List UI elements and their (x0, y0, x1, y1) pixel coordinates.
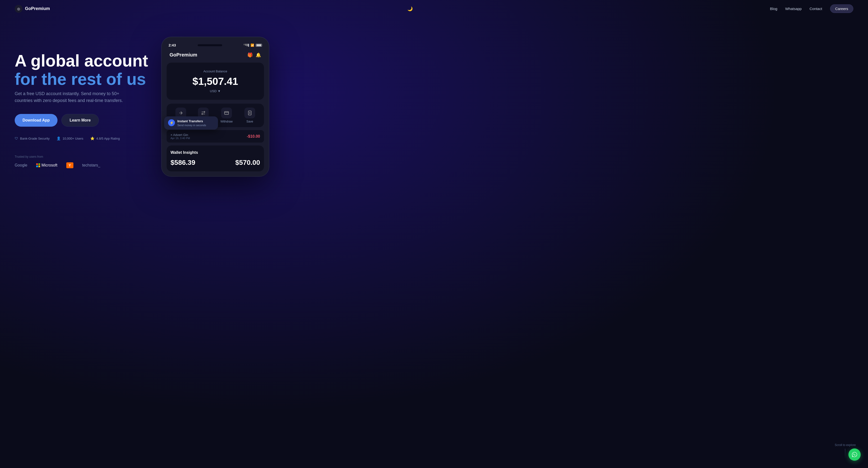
ycombinator-logo: Y (66, 162, 73, 168)
tooltip-content: Instant Transfers Send money in seconds (177, 119, 206, 127)
withdraw-label: Withdraw (220, 120, 232, 123)
currency-text: USD (210, 89, 217, 93)
phone-notch (198, 44, 222, 46)
app-header: GoPremium 🎁 🔔 (166, 50, 264, 60)
gift-icon[interactable]: 🎁 (247, 52, 253, 58)
save-button[interactable]: Save (244, 108, 255, 123)
trusted-logos: Google Microsoft Y techstars_ (15, 162, 161, 168)
balance-card: Account Balance $1,507.41 USD ▼ (166, 63, 264, 100)
svg-rect-2 (248, 111, 251, 115)
nav-whatsapp[interactable]: Whatsapp (785, 7, 802, 11)
dropdown-arrow: ▼ (217, 89, 221, 93)
notification-icon[interactable]: 🔔 (256, 52, 261, 58)
instant-transfers-tooltip: ⚡ Instant Transfers Send money in second… (164, 116, 218, 130)
badge-security-text: Bank-Grade Security (20, 137, 50, 140)
hero-title-line2: for the rest of us (15, 70, 161, 88)
badge-users: 👤 10,000+ Users (57, 136, 84, 140)
users-icon: 👤 (57, 136, 61, 140)
trusted-section: Trusted by users from Google Microsoft Y… (15, 155, 161, 168)
trust-badges: 🛡 Bank-Grade Security 👤 10,000+ Users ⭐ … (15, 136, 161, 140)
security-icon: 🛡 (15, 136, 18, 140)
star-icon: ⭐ (90, 136, 94, 140)
microsoft-logo: Microsoft (36, 163, 58, 167)
battery-icon (256, 44, 262, 47)
nav-links: Blog Whatsapp Contact Careers (770, 4, 853, 13)
brand-name: GoPremium (25, 6, 50, 11)
careers-button[interactable]: Careers (830, 4, 853, 13)
badge-rating: ⭐ 4.8/5 App Rating (90, 136, 120, 140)
whatsapp-float-button[interactable] (848, 448, 861, 461)
hero-title: A global account for the rest of us (15, 52, 161, 88)
lightning-icon: ⚡ (168, 119, 175, 126)
transaction-date: Apr 19, 3:40 PM (170, 137, 190, 140)
save-label: Save (246, 120, 253, 123)
insight-value-1: $586.39 (170, 159, 195, 167)
nav-contact[interactable]: Contact (809, 7, 822, 11)
logo-symbol: ◎ (17, 7, 20, 11)
app-title: GoPremium (169, 52, 197, 58)
tooltip-description: Send money in seconds (177, 124, 206, 127)
action-row: Send Convert Wit (166, 104, 264, 127)
transaction-name: × Advert Gin (170, 133, 190, 137)
hero-content: A global account for the rest of us Get … (15, 32, 161, 168)
svg-rect-0 (225, 111, 229, 114)
trusted-label: Trusted by users from (15, 155, 161, 159)
learn-more-button[interactable]: Learn More (61, 114, 99, 127)
insights-title: Wallet Insights (170, 151, 260, 155)
wifi-icon: 📶 (250, 43, 254, 47)
app-header-icons: 🎁 🔔 (247, 52, 261, 58)
currency-selector[interactable]: USD ▼ (172, 89, 259, 93)
hero-subtitle: Get a free USD account instantly. Send m… (15, 90, 137, 104)
phone-container: 2:43 📶 GoPremium (161, 37, 279, 176)
cta-buttons: Download App Learn More (15, 114, 161, 127)
techstars-logo: techstars_ (82, 163, 100, 167)
phone-status-icons: 📶 (244, 43, 262, 47)
scroll-text: Scroll to explore (835, 443, 856, 447)
badge-rating-text: 4.8/5 App Rating (96, 137, 120, 140)
download-app-button[interactable]: Download App (15, 114, 58, 127)
microsoft-text: Microsoft (41, 163, 58, 167)
phone-mockup: 2:43 📶 GoPremium (161, 37, 269, 176)
balance-amount: $1,507.41 (172, 75, 259, 87)
wallet-insights-card: Wallet Insights $586.39 $570.00 (166, 145, 264, 171)
transaction-amount: -$10.00 (247, 134, 260, 139)
balance-label: Account Balance (172, 69, 259, 73)
withdraw-button[interactable]: Withdraw (220, 108, 232, 123)
hero-section: A global account for the rest of us Get … (0, 18, 868, 466)
hero-title-line1: A global account (15, 52, 148, 70)
badge-security: 🛡 Bank-Grade Security (15, 136, 50, 140)
google-logo: Google (15, 163, 27, 167)
nav-blog[interactable]: Blog (770, 7, 777, 11)
logo-area[interactable]: ◎ GoPremium (15, 5, 50, 13)
phone-status-bar: 2:43 📶 (166, 42, 264, 50)
insight-value-2: $570.00 (235, 159, 260, 167)
tooltip-title: Instant Transfers (177, 119, 206, 123)
dark-mode-icon[interactable]: 🌙 (407, 6, 413, 11)
withdraw-icon (221, 108, 232, 118)
nav-center: 🌙 (407, 6, 413, 11)
save-icon (244, 108, 255, 118)
transaction-row: × Advert Gin Apr 19, 3:40 PM -$10.00 (166, 130, 264, 142)
signal-icon (244, 44, 249, 47)
phone-time: 2:43 (168, 43, 176, 47)
microsoft-icon (36, 163, 40, 167)
insights-values: $586.39 $570.00 (170, 159, 260, 167)
badge-users-text: 10,000+ Users (63, 137, 84, 140)
transaction-info: × Advert Gin Apr 19, 3:40 PM (170, 133, 190, 140)
logo-icon: ◎ (15, 5, 23, 13)
